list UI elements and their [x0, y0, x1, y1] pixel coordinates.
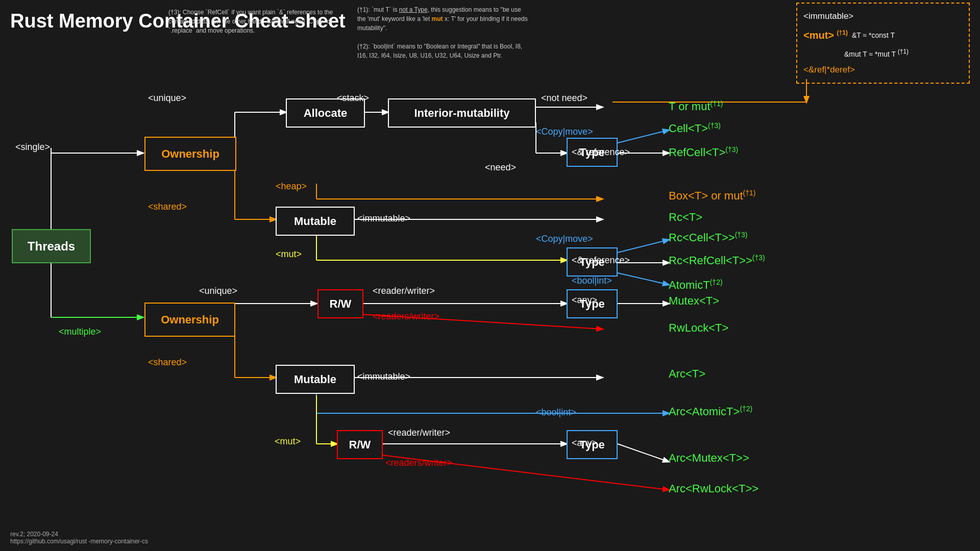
- any2-label: <any>: [572, 438, 597, 448]
- multiple-label: <multiple>: [59, 327, 101, 337]
- readers-writer2-label: <readers/writer>: [385, 458, 452, 468]
- rw1-box: R/W: [317, 289, 363, 318]
- output-arc-rwlock: Arc<RwLock<T>>: [669, 482, 758, 495]
- single-label: <single>: [15, 142, 50, 153]
- output-rc-cell-t: Rc<Cell<T>>(†3): [669, 231, 748, 244]
- ownership2-box: Ownership: [144, 303, 235, 337]
- mut1-label: <mut>: [276, 249, 302, 260]
- interior-mut-box: Interior-mutability: [388, 98, 536, 128]
- svg-line-35: [618, 444, 669, 462]
- output-t-or-mut: T or mut(†1): [669, 99, 723, 113]
- mutable2-box: Mutable: [276, 365, 355, 394]
- ref1-label: <& reference>: [572, 147, 630, 158]
- readers-writer1-label: <readers/writer>: [373, 311, 439, 322]
- output-arc-atomic: Arc<AtomicT>(†2): [669, 405, 752, 418]
- copy-move2-label: <Copy|move>: [536, 234, 593, 244]
- copy-move1-label: <Copy|move>: [536, 127, 593, 137]
- output-box-t: Box<T> or mut(†1): [669, 189, 755, 203]
- rw2-box: R/W: [337, 430, 383, 459]
- mutable1-box: Mutable: [276, 207, 355, 236]
- threads-box: Threads: [12, 229, 91, 263]
- immutable2-label: <immutable>: [357, 371, 410, 382]
- heap-label: <heap>: [276, 181, 307, 192]
- svg-line-11: [618, 130, 669, 143]
- reader-writer2-label: <reader/writer>: [388, 428, 450, 438]
- shared2-label: <shared>: [148, 357, 187, 368]
- reader-writer1-label: <reader/writer>: [373, 286, 435, 296]
- output-arc-t: Arc<T>: [669, 367, 705, 381]
- svg-line-19: [618, 273, 669, 285]
- output-rc-t: Rc<T>: [669, 211, 702, 224]
- main-container: Rust Memory Container Cheat-sheet (†3): …: [0, 0, 980, 551]
- svg-line-17: [618, 240, 669, 253]
- unique2-label: <unique>: [199, 286, 237, 296]
- output-refcell-t: RefCell<T>(†3): [669, 145, 738, 159]
- immutable1-label: <immutable>: [357, 213, 410, 224]
- need-label: <need>: [485, 162, 516, 173]
- unique1-label: <unique>: [148, 93, 186, 104]
- mut2-label: <mut>: [275, 436, 301, 447]
- output-cell-t: Cell<T>(†3): [669, 121, 721, 135]
- not-need-label: <not need>: [541, 93, 587, 104]
- output-arc-mutex: Arc<Mutex<T>>: [669, 452, 749, 465]
- output-mutex-t: Mutex<T>: [669, 294, 719, 308]
- any1-label: <any>: [572, 295, 597, 306]
- output-rc-refcell-t: Rc<RefCell<T>>(†3): [669, 254, 765, 267]
- footer: rev.2; 2020-09-24 https://github.com/usa…: [10, 531, 148, 545]
- output-rwlock-t: RwLock<T>: [669, 321, 728, 335]
- shared1-label: <shared>: [148, 202, 187, 212]
- bool-int1-label: <bool|int>: [572, 276, 612, 286]
- stack-label: <stack>: [337, 93, 369, 104]
- ownership1-box: Ownership: [144, 137, 236, 171]
- diagram-svg: [0, 0, 980, 551]
- footer-url: https://github.com/usagi/rust -memory-co…: [10, 538, 148, 545]
- ref2-label: <& reference>: [572, 255, 630, 266]
- footer-rev: rev.2; 2020-09-24: [10, 531, 148, 538]
- bool-int2-label: <bool|int>: [536, 407, 576, 418]
- output-atomic-t: AtomicT(†2): [669, 278, 723, 292]
